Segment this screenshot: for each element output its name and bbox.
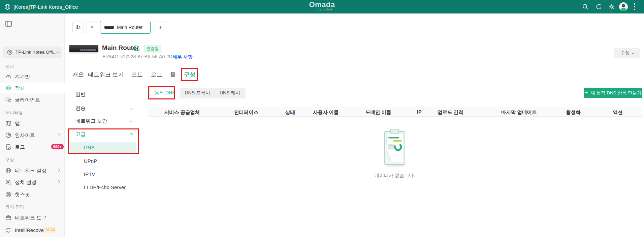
empty-state-illustration (382, 127, 408, 168)
refresh-icon[interactable] (595, 3, 602, 10)
device-tab-main-router[interactable]: Main Router (100, 21, 151, 34)
subtab-dns-proxy[interactable]: DNS 프록시 (180, 88, 215, 98)
col-status: 상태 (285, 109, 295, 116)
sidebar-section-maintenance: 유지 관리 (5, 204, 24, 210)
site-selector[interactable]: TP-Link Korea Offi... (3, 47, 62, 58)
site-title: [Korea]TP-Link Korea_Office (13, 4, 78, 10)
config-nav-network-security[interactable]: 네트워크 보안 (75, 118, 107, 124)
chevron-right-icon (57, 180, 60, 184)
search-icon[interactable] (582, 3, 589, 10)
chevron-up-icon (130, 133, 133, 137)
close-icon: × (91, 24, 94, 31)
active-tab-indicator (183, 80, 195, 81)
omada-logo-text: Omada (309, 1, 335, 8)
devices-icon (5, 85, 11, 91)
site-pin-icon (7, 49, 13, 55)
logs-count-badge: 999+ (51, 144, 64, 149)
avatar-head (622, 4, 625, 7)
sidebar-section-monitoring: 모니터링 (5, 110, 23, 116)
subtab-dynamic-dns[interactable]: 동적 DNS (150, 88, 180, 98)
theme-sun-icon[interactable] (608, 3, 615, 10)
sidebar-item-dashboard[interactable]: 계기반 (0, 71, 65, 82)
router-product-image (69, 45, 98, 52)
col-enabled: 활성화 (566, 109, 581, 116)
tab-underline (72, 81, 642, 81)
chevron-right-icon (57, 133, 60, 137)
dashboard-gauge-icon (5, 73, 11, 80)
map-icon (5, 120, 11, 126)
col-service-provider: 서비스 공급업체 (164, 109, 200, 116)
config-nav-advanced[interactable]: 고급 (75, 131, 86, 138)
col-ip: IP (417, 109, 422, 115)
plus-icon: + (159, 24, 162, 31)
divider (142, 81, 142, 237)
modify-button[interactable]: 수정 (614, 48, 640, 58)
expand-panel-button[interactable] (72, 22, 84, 33)
col-upload-interval: 업로드 간격 (438, 109, 463, 116)
router-thumbnail (104, 26, 114, 29)
device-tab-label: Main Router (117, 25, 142, 30)
config-nav-general[interactable]: 일반 (75, 91, 86, 98)
logs-icon (5, 144, 11, 150)
more-menu-icon[interactable] (634, 3, 635, 10)
config-nav-iptv[interactable]: IPTV (84, 171, 95, 177)
plus-icon: + (584, 89, 588, 96)
tab-config[interactable]: 구성 (184, 71, 195, 79)
sidebar-item-clients[interactable]: 클라이언트 (0, 94, 65, 105)
add-device-tab-button[interactable]: + (155, 22, 166, 33)
tab-overview[interactable]: 개요 (72, 71, 84, 79)
sidebar-section-config: 구성 (5, 157, 14, 163)
globe-icon (4, 4, 11, 10)
clients-icon (5, 97, 11, 103)
sidebar-item-network-settings[interactable]: 네트워크 설정 (0, 165, 65, 176)
chevron-down-icon (632, 52, 635, 54)
insights-pie-icon (5, 132, 11, 138)
config-nav-upnp[interactable]: UPnP (84, 158, 97, 164)
subtab-dns-cache[interactable]: DNS 캐시 (215, 88, 245, 98)
col-interface: 인터페이스 (234, 109, 259, 116)
col-last-update: 마지막 업데이트 (501, 109, 537, 116)
sidebar-item-network-tools[interactable]: 네트워크 도구 (0, 212, 65, 223)
sidebar-item-logs[interactable]: 로그 999+ (0, 142, 65, 152)
config-nav-dns[interactable]: DNS (84, 145, 95, 150)
tab-ports[interactable]: 포트 (131, 71, 143, 79)
config-nav-active-row (70, 142, 136, 153)
omada-controller-app: [Korea]TP-Link Korea_Office Omada by tp-… (0, 0, 644, 237)
device-mac: 28-87-BA-56-A0-2D (131, 54, 172, 59)
sidebar-item-devices[interactable]: 장치 (0, 83, 65, 93)
sidebar-item-insights[interactable]: 인사이트 (0, 130, 65, 141)
sidebar-item-device-settings[interactable]: 장치 설정 (0, 177, 65, 188)
beta-badge: BETA (44, 227, 57, 233)
col-username: 사용자 이름 (313, 109, 339, 116)
device-model: ER8411 v1.0 (102, 54, 129, 59)
tab-tools[interactable]: 툴 (170, 71, 176, 79)
user-avatar[interactable] (619, 2, 628, 11)
create-dynamic-dns-button[interactable]: + 새 동적 DNS 항목 만들기 (584, 88, 642, 98)
hotspot-icon (5, 191, 11, 198)
sidebar-section-management: 관리 (5, 63, 14, 69)
recover-sync-icon (5, 227, 11, 233)
divider (148, 184, 642, 184)
empty-state-text: 데이터가 없습니다. (350, 173, 439, 179)
sidebar-item-hotspot[interactable]: 핫스팟 (0, 189, 65, 200)
dns-subtabs: 동적 DNS DNS 프록시 DNS 캐시 (149, 88, 246, 98)
status-badge: 연결됨 (144, 45, 161, 53)
top-bar: [Korea]TP-Link Korea_Office Omada by tp-… (0, 0, 644, 13)
tab-logs[interactable]: 로그 (151, 71, 162, 79)
config-nav-transmission[interactable]: 전송 (75, 105, 86, 112)
tab-network-view[interactable]: 네트워크 보기 (88, 71, 124, 79)
config-nav-lldp[interactable]: LLDP/Echo Server (84, 184, 126, 190)
sidebar-item-map[interactable]: 맵 (0, 118, 65, 129)
site-selector-label: TP-Link Korea Offi... (15, 50, 57, 55)
device-settings-icon (5, 179, 11, 185)
close-device-button[interactable]: × (87, 22, 98, 33)
collapse-sidebar-icon[interactable] (5, 21, 12, 27)
omada-logo: Omada by tp-link (309, 1, 335, 11)
toolbox-icon (5, 215, 11, 221)
sidebar: TP-Link Korea Offi... 관리 계기반 장치 클라이언트 (0, 13, 65, 237)
network-globe-icon (5, 168, 11, 174)
details-link[interactable]: 세부 사항 (172, 54, 193, 60)
col-domain-name: 도메인 이름 (365, 109, 391, 116)
edit-device-icon[interactable] (133, 45, 140, 52)
sidebar-item-intellirecover[interactable]: IntelliRecover BETA (0, 225, 65, 236)
